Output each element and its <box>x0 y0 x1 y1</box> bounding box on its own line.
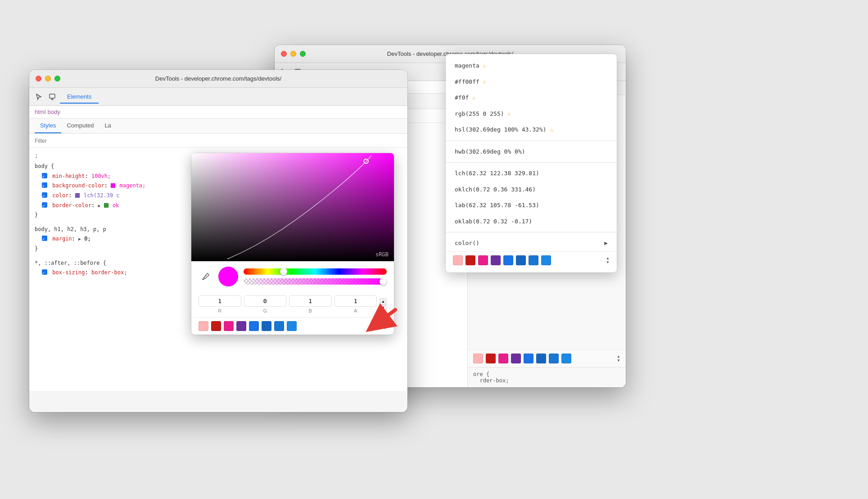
format-item-ff00ff[interactable]: #ff00ff ⚠ <box>446 74 617 90</box>
warning-icon-hsl: ⚠ <box>550 126 553 134</box>
window-title-front: DevTools - developer.chrome.com/tags/dev… <box>155 75 281 82</box>
dd-swatch-2[interactable] <box>466 255 475 265</box>
color-preview <box>218 267 238 286</box>
format-label: lch(62.32 122.38 329.81) <box>455 169 539 178</box>
format-label: lab(62.32 105.78 -61.53) <box>455 201 539 210</box>
rgba-label-g: G <box>263 308 267 313</box>
dd-swatch-8[interactable] <box>541 255 551 265</box>
sub-tab-computed-front[interactable]: Computed <box>61 118 99 133</box>
format-label: #f0f <box>455 93 469 102</box>
rgba-input-b[interactable] <box>289 295 332 307</box>
format-label: hsl(302.69deg 100% 43.32%) <box>455 125 547 134</box>
tab-bar-front: Elements <box>60 91 99 103</box>
swatch-8-back[interactable] <box>561 354 571 363</box>
dd-swatch-3[interactable] <box>478 255 488 265</box>
cp-swatch-4[interactable] <box>236 321 246 331</box>
format-label: oklch(0.72 0.36 331.46) <box>455 185 536 194</box>
maximize-button-front[interactable] <box>54 76 60 82</box>
alpha-slider[interactable] <box>244 278 387 285</box>
filter-bar-front <box>29 134 407 148</box>
rgba-label-a: A <box>354 308 357 313</box>
swatch-spinner-back[interactable]: ▲ ▼ <box>617 354 620 363</box>
swatch-6-back[interactable] <box>536 354 546 363</box>
format-arrow-icon: ▶ <box>604 239 608 248</box>
color-sliders <box>244 268 387 285</box>
red-arrow <box>364 301 409 337</box>
format-item-oklch[interactable]: oklch(0.72 0.36 331.46) <box>446 181 617 198</box>
svg-point-6 <box>205 275 207 277</box>
cursor-icon-front[interactable] <box>33 91 45 103</box>
rgba-input-r[interactable] <box>199 295 241 307</box>
dd-swatch-1[interactable] <box>453 255 463 265</box>
devtools-window-front: DevTools - developer.chrome.com/tags/dev… <box>29 70 407 412</box>
minimize-button-front[interactable] <box>45 76 51 82</box>
rgba-field-r: R <box>199 295 241 313</box>
close-button-back[interactable] <box>281 51 287 57</box>
srgb-label: sRGB <box>375 251 389 258</box>
format-item-hwb[interactable]: hwb(302.69deg 0% 0%) <box>446 144 617 160</box>
color-picker-controls <box>191 261 394 292</box>
format-label: color() <box>455 239 479 248</box>
maximize-button-back[interactable] <box>300 51 306 57</box>
rgba-label-b: B <box>309 308 312 313</box>
close-button-front[interactable] <box>36 76 41 82</box>
sub-tabs-front: Styles Computed La <box>29 118 407 134</box>
filter-input-front[interactable] <box>35 138 402 144</box>
format-label: #ff00ff <box>455 77 479 86</box>
rgba-input-g[interactable] <box>244 295 287 307</box>
dd-swatch-5[interactable] <box>503 255 513 265</box>
format-item-oklab[interactable]: oklab(0.72 0.32 -0.17) <box>446 213 617 230</box>
traffic-lights-back <box>281 51 306 57</box>
cp-swatch-2[interactable] <box>211 321 221 331</box>
rgba-field-g: G <box>244 295 287 313</box>
dd-swatch-7[interactable] <box>529 255 538 265</box>
swatch-1-back[interactable] <box>473 354 483 363</box>
format-divider-2 <box>446 162 617 163</box>
rgba-field-b: B <box>289 295 332 313</box>
warning-icon-magenta: ⚠ <box>483 62 486 70</box>
format-item-magenta[interactable]: magenta ⚠ <box>446 58 617 74</box>
eyedropper-button[interactable] <box>199 269 213 284</box>
color-gradient-area[interactable]: sRGB <box>191 153 394 261</box>
format-divider-1 <box>446 141 617 141</box>
swatch-5-back[interactable] <box>524 354 533 363</box>
breadcrumb-html-front[interactable]: html <box>35 109 46 115</box>
breadcrumb-body-front[interactable]: body <box>48 109 60 115</box>
cp-swatch-6[interactable] <box>262 321 271 331</box>
minimize-button-back[interactable] <box>290 51 296 57</box>
devtools-front-toolbar: Elements <box>29 88 407 106</box>
cp-swatch-8[interactable] <box>287 321 297 331</box>
cp-swatch-7[interactable] <box>274 321 284 331</box>
dd-swatch-spinner[interactable]: ▲ ▼ <box>606 256 610 264</box>
swatch-4-back[interactable] <box>511 354 521 363</box>
cp-swatch-3[interactable] <box>224 321 234 331</box>
tab-elements-front[interactable]: Elements <box>60 91 99 104</box>
svg-rect-3 <box>50 94 55 98</box>
warning-icon-ff00ff: ⚠ <box>483 77 486 86</box>
format-label: rgb(255 0 255) <box>455 109 504 118</box>
warning-icon-rgb: ⚠ <box>508 109 511 118</box>
sub-tab-layout-front[interactable]: La <box>99 118 116 133</box>
format-item-color[interactable]: color() ▶ <box>446 235 617 251</box>
format-item-rgb[interactable]: rgb(255 0 255) ⚠ <box>446 106 617 122</box>
format-item-hsl[interactable]: hsl(302.69deg 100% 43.32%) ⚠ <box>446 122 617 138</box>
format-item-lab[interactable]: lab(62.32 105.78 -61.53) <box>446 197 617 213</box>
format-item-f0f[interactable]: #f0f ⚠ <box>446 90 617 106</box>
swatch-7-back[interactable] <box>549 354 559 363</box>
titlebar-front: DevTools - developer.chrome.com/tags/dev… <box>29 70 407 88</box>
hue-slider[interactable] <box>244 268 387 275</box>
swatch-2-back[interactable] <box>486 354 496 363</box>
alpha-thumb[interactable] <box>380 278 387 285</box>
cp-swatch-5[interactable] <box>249 321 259 331</box>
inspector-icon-front[interactable] <box>46 91 58 103</box>
hue-thumb[interactable] <box>280 268 287 275</box>
cp-swatch-1[interactable] <box>199 321 208 331</box>
dd-swatch-6[interactable] <box>516 255 526 265</box>
format-item-lch[interactable]: lch(62.32 122.38 329.81) <box>446 165 617 181</box>
dd-swatch-4[interactable] <box>491 255 501 265</box>
sub-tab-styles-front[interactable]: Styles <box>35 118 61 133</box>
swatch-3-back[interactable] <box>498 354 508 363</box>
warning-icon-f0f: ⚠ <box>472 94 475 102</box>
format-label: oklab(0.72 0.32 -0.17) <box>455 217 532 226</box>
gradient-cursor[interactable] <box>363 159 369 164</box>
